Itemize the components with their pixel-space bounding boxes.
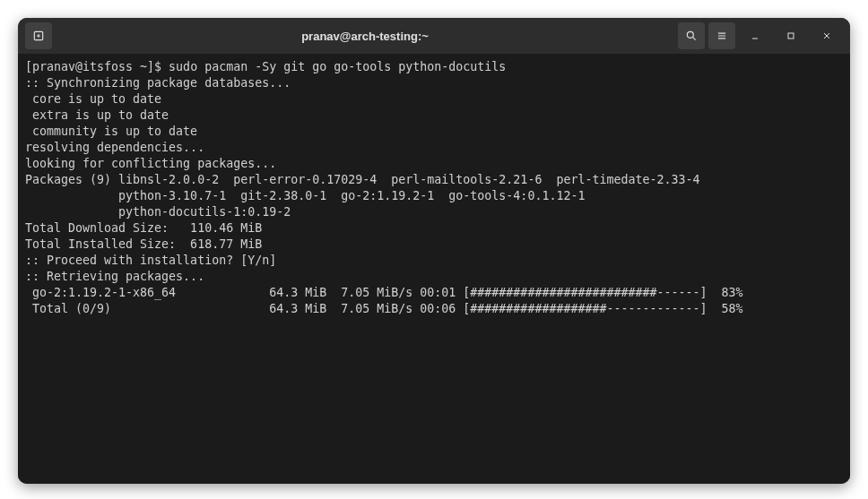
- output-line: :: Retrieving packages...: [25, 269, 843, 285]
- plus-box-icon: [32, 30, 45, 42]
- new-tab-button[interactable]: [25, 22, 52, 49]
- output-line: :: Synchronizing package databases...: [25, 75, 843, 91]
- output-line: resolving dependencies...: [25, 140, 843, 156]
- progress-line: go-2:1.19.2-1-x86_64 64.3 MiB 7.05 MiB/s…: [25, 285, 843, 301]
- svg-line-4: [692, 37, 695, 39]
- output-line: :: Proceed with installation? [Y/n]: [25, 253, 843, 269]
- menu-button[interactable]: [708, 22, 735, 49]
- terminal-window: pranav@arch-testing:~ [pranav@itsfoss ~]…: [18, 18, 850, 484]
- progress-line: Total (0/9) 64.3 MiB 7.05 MiB/s 00:06 [#…: [25, 301, 843, 317]
- terminal-body[interactable]: [pranav@itsfoss ~]$ sudo pacman -Sy git …: [18, 54, 850, 484]
- window-title: pranav@arch-testing:~: [52, 30, 678, 43]
- output-line: python-3.10.7-1 git-2.38.0-1 go-2:1.19.2…: [25, 188, 843, 204]
- prompt-text: [pranav@itsfoss ~]$: [25, 60, 169, 73]
- maximize-button[interactable]: [775, 22, 807, 49]
- output-line: Total Installed Size: 618.77 MiB: [25, 237, 843, 253]
- close-button[interactable]: [811, 22, 843, 49]
- output-line: extra is up to date: [25, 108, 843, 124]
- output-line: community is up to date: [25, 124, 843, 140]
- hamburger-icon: [716, 30, 728, 42]
- search-icon: [685, 30, 698, 42]
- output-line: Total Download Size: 110.46 MiB: [25, 220, 843, 237]
- prompt-line: [pranav@itsfoss ~]$ sudo pacman -Sy git …: [25, 59, 843, 75]
- close-icon: [821, 30, 832, 41]
- titlebar: pranav@arch-testing:~: [18, 18, 850, 54]
- minimize-icon: [750, 30, 760, 41]
- minimize-button[interactable]: [739, 22, 771, 49]
- output-line: python-docutils-1:0.19-2: [25, 204, 843, 220]
- command-text: sudo pacman -Sy git go go-tools python-d…: [169, 60, 506, 73]
- output-line: Packages (9) libnsl-2.0.0-2 perl-error-0…: [25, 172, 843, 188]
- maximize-icon: [786, 30, 796, 41]
- search-button[interactable]: [678, 22, 705, 49]
- output-line: core is up to date: [25, 91, 843, 108]
- svg-rect-9: [788, 33, 794, 39]
- svg-point-3: [687, 31, 693, 38]
- output-line: looking for conflicting packages...: [25, 156, 843, 172]
